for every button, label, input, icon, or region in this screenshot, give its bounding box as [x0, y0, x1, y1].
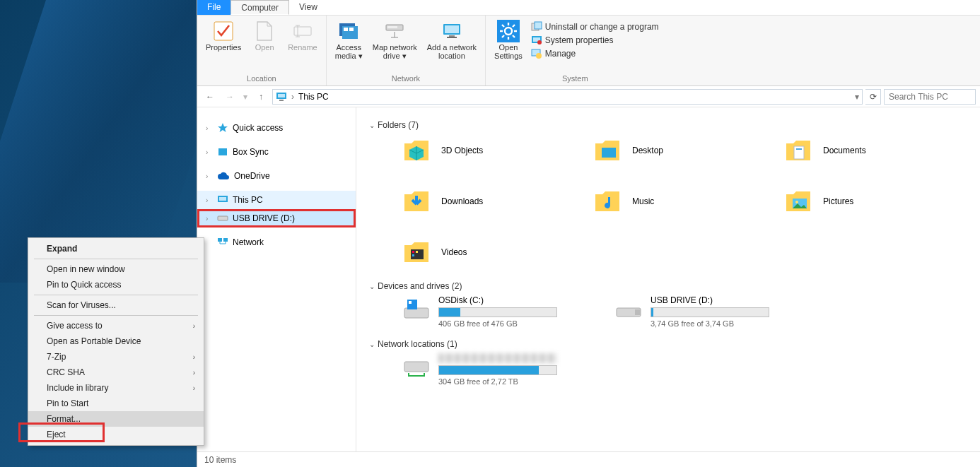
add-network-location-label: Add a networklocation [427, 44, 477, 60]
desktop-icon [593, 136, 622, 165]
drive-osdisk-bar [438, 307, 557, 317]
nav-onedrive[interactable]: ›OneDrive [197, 167, 356, 185]
map-drive-label: Map networkdrive ▾ [373, 44, 417, 60]
ctx-format[interactable]: Format... [28, 411, 204, 427]
this-pc-icon [276, 91, 287, 102]
rename-label: Rename [288, 44, 317, 52]
folder-videos[interactable]: Videos [402, 237, 593, 267]
svg-rect-11 [447, 37, 457, 38]
folder-pictures[interactable]: Pictures [783, 187, 974, 216]
nav-this-pc[interactable]: ›This PC [197, 191, 356, 209]
drive-osdisk-free: 406 GB free of 476 GB [438, 319, 557, 328]
up-button[interactable]: ↑ [252, 92, 269, 102]
nav-box-sync[interactable]: ›Box Sync [197, 143, 356, 161]
breadcrumb-this-pc[interactable]: This PC [298, 92, 329, 102]
back-button[interactable]: ← [202, 92, 218, 102]
folder-downloads[interactable]: Downloads [402, 187, 593, 216]
ctx-give-access[interactable]: Give access to› [28, 318, 204, 333]
nav-usb-drive[interactable]: ›USB DRIVE (D:) [197, 209, 356, 227]
ribbon-group-network: Accessmedia ▾ Map networkdrive ▾ Add a n… [327, 16, 486, 85]
open-settings-button[interactable]: OpenSettings [491, 18, 525, 61]
network-drive[interactable]: 304 GB free of 2,72 TB [402, 353, 614, 386]
drive-usb-name: USB DRIVE (D:) [651, 295, 769, 305]
properties-button[interactable]: Properties [203, 18, 244, 54]
tab-file[interactable]: File [197, 0, 231, 15]
downloads-icon [402, 187, 431, 216]
ribbon-group-system: OpenSettings Uninstall or change a progr… [486, 16, 665, 85]
map-drive-button[interactable]: Map networkdrive ▾ [370, 18, 420, 61]
documents-icon [783, 136, 813, 165]
drive-usb-bar [651, 307, 769, 317]
nav-quick-access[interactable]: ›Quick access [197, 119, 356, 137]
section-folders[interactable]: ⌄Folders (7) [369, 120, 980, 130]
sysprops-button[interactable]: System properties [531, 35, 659, 46]
svg-rect-4 [344, 28, 348, 31]
svg-rect-22 [278, 94, 285, 97]
tab-computer[interactable]: Computer [231, 0, 289, 15]
status-bar: 10 items [197, 451, 980, 467]
svg-rect-43 [635, 309, 641, 315]
system-options: Uninstall or change a program System pro… [530, 18, 659, 59]
svg-rect-38 [416, 251, 418, 253]
access-media-button[interactable]: Accessmedia ▾ [332, 18, 366, 61]
address-bar: ← → ▾ ↑ › This PC ▾ ⟳ [197, 86, 980, 107]
nav-network[interactable]: Network [197, 233, 356, 252]
open-settings-label: OpenSettings [494, 44, 523, 60]
folder-documents[interactable]: Documents [783, 136, 974, 165]
network-drive-name-redacted [438, 353, 557, 363]
network-drive-bar [438, 365, 557, 375]
drive-usb[interactable]: USB DRIVE (D:) 3,74 GB free of 3,74 GB [614, 295, 826, 328]
search-input[interactable] [884, 89, 976, 105]
tab-view[interactable]: View [289, 0, 327, 15]
network-drive-free: 304 GB free of 2,72 TB [438, 377, 557, 386]
svg-rect-44 [404, 362, 428, 372]
svg-rect-5 [349, 28, 354, 31]
svg-rect-37 [412, 254, 414, 256]
ctx-7zip[interactable]: 7-Zip› [28, 349, 204, 365]
ctx-open-portable[interactable]: Open as Portable Device [28, 333, 204, 349]
monitor-icon [441, 20, 463, 42]
chevron-right-icon: › [193, 369, 195, 377]
media-icon [337, 20, 360, 42]
svg-point-34 [795, 201, 798, 203]
folder-3d-objects[interactable]: 3D Objects [402, 136, 593, 165]
ctx-scan-viruses[interactable]: Scan for Viruses... [28, 297, 204, 313]
section-network-locations[interactable]: ⌄Network locations (1) [369, 339, 980, 349]
svg-rect-1 [294, 27, 311, 35]
open-label: Open [255, 44, 274, 52]
svg-rect-0 [214, 22, 233, 40]
chevron-right-icon: › [193, 353, 195, 361]
access-media-label: Accessmedia ▾ [335, 44, 363, 60]
uninstall-button[interactable]: Uninstall or change a program [531, 21, 659, 32]
forward-button: → [221, 92, 238, 102]
folder-music[interactable]: Music [593, 187, 783, 216]
svg-rect-24 [218, 148, 227, 155]
ctx-eject[interactable]: Eject [28, 427, 204, 442]
ctx-crc-sha[interactable]: CRC SHA› [28, 365, 204, 380]
svg-point-18 [537, 40, 542, 45]
manage-label: Manage [545, 49, 576, 59]
address-field[interactable]: › This PC ▾ [272, 89, 863, 105]
manage-button[interactable]: Manage [531, 48, 659, 59]
manage-icon [531, 48, 542, 59]
ctx-expand[interactable]: Expand [28, 241, 204, 256]
ctx-pin-quick-access[interactable]: Pin to Quick access [28, 277, 204, 292]
ctx-pin-start[interactable]: Pin to Start [28, 396, 204, 411]
ctx-open-new-window[interactable]: Open in new window [28, 261, 204, 277]
context-menu: Expand Open in new window Pin to Quick a… [28, 237, 204, 446]
add-network-location-button[interactable]: Add a networklocation [424, 18, 479, 61]
content-area: ⌄Folders (7) 3D Objects Desktop Document… [356, 107, 980, 451]
recent-dropdown[interactable]: ▾ [241, 92, 250, 102]
cube-icon [402, 136, 431, 165]
svg-rect-28 [218, 238, 222, 242]
properties-label: Properties [206, 44, 241, 52]
svg-rect-9 [445, 25, 459, 33]
refresh-button[interactable]: ⟳ [865, 89, 881, 105]
ctx-include-library[interactable]: Include in library› [28, 380, 204, 396]
section-devices[interactable]: ⌄Devices and drives (2) [369, 281, 980, 291]
folder-desktop[interactable]: Desktop [593, 136, 783, 165]
open-button: Open [248, 18, 281, 54]
uninstall-icon [531, 21, 542, 32]
navigation-pane: ›Quick access ›Box Sync ›OneDrive ›This … [197, 107, 356, 451]
drive-osdisk[interactable]: OSDisk (C:) 406 GB free of 476 GB [402, 295, 614, 328]
